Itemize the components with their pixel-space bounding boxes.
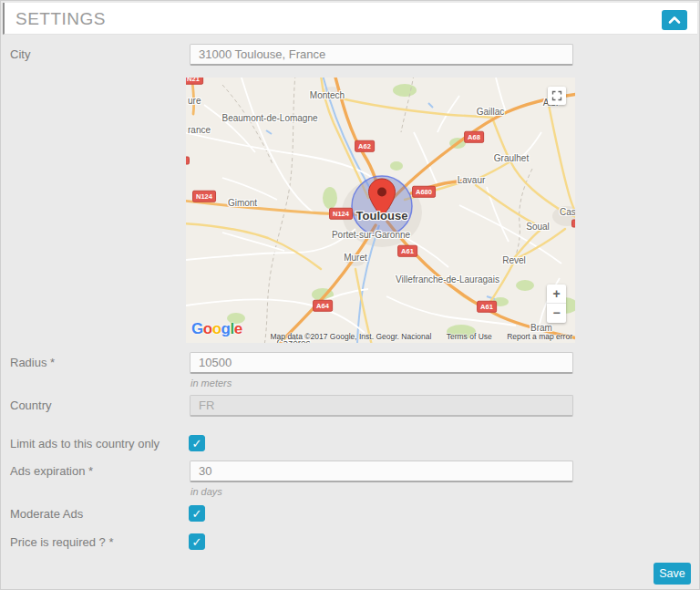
map-attribution: Map data ©2017 Google, Inst. Geogr. Naci… xyxy=(271,332,573,341)
google-logo-letter: o xyxy=(203,320,212,337)
moderate-ads-checkbox[interactable] xyxy=(189,505,205,522)
road-badge: A61 xyxy=(397,245,417,257)
map-zoom-control: + − xyxy=(547,285,566,323)
map-town-label: Bram xyxy=(530,323,552,333)
map-marker-label: Toulouse xyxy=(356,209,408,223)
road-badge: A61 xyxy=(477,301,497,313)
settings-panel: SETTINGS City xyxy=(0,0,700,590)
map-town-label: Cas xyxy=(560,207,575,217)
map-town-label: rance xyxy=(188,125,211,135)
fullscreen-button[interactable] xyxy=(548,87,566,105)
limit-country-checkbox[interactable] xyxy=(189,435,205,451)
road-badge: A62 xyxy=(355,140,375,152)
google-map[interactable]: ToulouseureranceMontechBeaumont-de-Lomag… xyxy=(186,78,575,343)
map-town-label: Gimont xyxy=(228,198,257,208)
map-town-label: Muret xyxy=(344,253,367,263)
map-town-label: Soual xyxy=(526,222,550,232)
google-logo-letter: g xyxy=(221,320,231,337)
google-logo-letter: o xyxy=(212,320,221,337)
road-badge: N124 xyxy=(192,191,216,202)
google-logo-letter: G xyxy=(191,320,203,337)
fullscreen-icon xyxy=(551,90,562,101)
map-town-label: Beaumont-de-Lomagne xyxy=(221,113,317,123)
collapse-button[interactable] xyxy=(662,10,687,30)
google-logo[interactable]: Google xyxy=(191,320,242,338)
report-map-error-link[interactable]: Report a map error xyxy=(507,332,572,341)
moderate-ads-label: Moderate Ads xyxy=(10,506,183,523)
road-badge: A68 xyxy=(464,131,484,143)
limit-country-label: Limit ads to this country only xyxy=(10,436,183,452)
city-input[interactable] xyxy=(190,44,573,66)
radius-label: Radius * xyxy=(10,352,183,374)
map-town-label: Gaillac xyxy=(477,107,505,117)
road-badge: A680 xyxy=(412,186,436,198)
price-required-label: Price is required ? * xyxy=(10,534,183,551)
country-label: Country xyxy=(10,395,183,417)
radius-helper-text: in meters xyxy=(190,378,232,388)
road-badge: N124 xyxy=(329,208,353,220)
zoom-out-button[interactable]: − xyxy=(547,304,566,323)
map-town-label: Graulhet xyxy=(494,153,529,163)
ads-expiration-helper-text: in days xyxy=(190,486,222,497)
radius-input[interactable] xyxy=(190,352,573,374)
road-badge: N21 xyxy=(186,78,203,84)
map-town-label: Lavaur xyxy=(458,175,486,185)
road-badge xyxy=(571,220,575,228)
road-badge xyxy=(186,157,190,165)
ads-expiration-label: Ads expiration * xyxy=(10,461,183,482)
map-town-label: Montech xyxy=(310,90,345,100)
map-town-label: ure xyxy=(188,96,201,106)
price-required-checkbox[interactable] xyxy=(189,533,205,550)
map-town-label: Villefranche-de-Lauragais xyxy=(396,274,499,285)
zoom-in-button[interactable]: + xyxy=(547,285,566,304)
map-town-label: Portet-sur-Garonne xyxy=(332,230,410,240)
chevron-up-icon xyxy=(668,16,681,25)
country-input xyxy=(190,395,573,417)
city-label: City xyxy=(10,44,183,66)
road-badge: A64 xyxy=(313,300,333,312)
map-town-label: Revel xyxy=(502,255,526,265)
google-logo-letter: e xyxy=(234,320,242,337)
map-data-text: Map data ©2017 Google, Inst. Geogr. Naci… xyxy=(271,332,432,341)
ads-expiration-input[interactable] xyxy=(190,461,573,482)
panel-header: SETTINGS xyxy=(3,3,697,35)
page-title: SETTINGS xyxy=(15,3,106,35)
save-button[interactable]: Save xyxy=(654,563,691,585)
terms-of-use-link[interactable]: Terms of Use xyxy=(447,332,492,341)
